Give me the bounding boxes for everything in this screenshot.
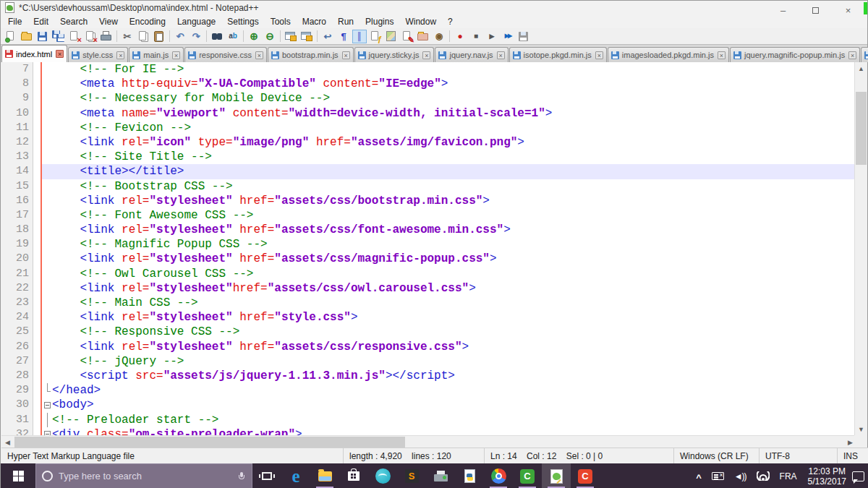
word-wrap-icon[interactable]: ↩	[320, 30, 335, 43]
document-switcher-icon[interactable]: ✎	[400, 30, 414, 43]
tab-jquery.sticky.js[interactable]: jquery.sticky.js×	[354, 47, 435, 62]
fold-margin[interactable]	[42, 369, 52, 383]
tab-close-icon[interactable]: ×	[342, 51, 350, 59]
bookmark-margin[interactable]	[33, 310, 42, 325]
save-all-icon[interactable]	[51, 30, 66, 43]
fold-margin[interactable]	[42, 91, 52, 106]
scroll-down-arrow-icon[interactable]: ▼	[855, 423, 867, 435]
zoom-out-icon[interactable]: ⊖	[263, 30, 277, 43]
status-insert-mode[interactable]: INS	[838, 448, 868, 463]
bookmark-margin[interactable]	[33, 340, 42, 354]
volume-icon[interactable]: ◄))	[734, 471, 746, 481]
show-indent-guide-icon[interactable]: ║	[352, 30, 367, 43]
taskbar-search-input[interactable]: Type here to search	[35, 463, 252, 488]
language-indicator[interactable]: FRA	[780, 471, 797, 481]
camtasia-icon[interactable]: C	[513, 463, 542, 488]
menu-file[interactable]: File	[2, 15, 27, 28]
fold-margin[interactable]	[42, 237, 52, 252]
chrome-browser-icon[interactable]	[484, 463, 513, 488]
tab-isotope.pkgd.min.js[interactable]: isotope.pkgd.min.js×	[509, 47, 607, 62]
bookmark-margin[interactable]	[33, 223, 42, 237]
bookmark-margin[interactable]	[33, 383, 42, 398]
fold-margin[interactable]	[42, 223, 52, 237]
vertical-scroll-thumb[interactable]	[856, 92, 867, 165]
fold-margin[interactable]	[42, 179, 52, 194]
bookmark-margin[interactable]	[33, 121, 42, 135]
bookmark-margin[interactable]	[33, 208, 42, 223]
tab-main.js[interactable]: main.js×	[129, 47, 184, 62]
menu-plugins[interactable]: Plugins	[359, 15, 399, 28]
fold-margin[interactable]	[42, 150, 52, 164]
screen-recorder-icon[interactable]	[426, 463, 455, 488]
tab-close-icon[interactable]: ×	[595, 51, 603, 59]
bookmark-margin[interactable]	[33, 135, 42, 150]
bookmark-margin[interactable]	[33, 296, 42, 310]
bookmark-margin[interactable]	[33, 62, 42, 77]
camtasia-recorder-icon[interactable]: C	[571, 463, 600, 488]
tab-close-icon[interactable]: ×	[497, 51, 505, 59]
tray-expand-chevron-icon[interactable]: ^	[696, 472, 702, 483]
horizontal-scroll-thumb[interactable]	[14, 437, 405, 448]
tab-close-icon[interactable]: ×	[172, 51, 180, 59]
fold-margin[interactable]	[42, 267, 52, 281]
fold-margin[interactable]	[42, 413, 52, 427]
bookmark-margin[interactable]	[33, 106, 42, 121]
code-editor[interactable]: 7 <!-- For IE -->8 <meta http-equiv="X-U…	[1, 62, 856, 435]
function-list-icon[interactable]: ƒ	[368, 30, 383, 43]
show-all-characters-icon[interactable]: ¶	[336, 30, 351, 43]
new-file-icon[interactable]	[4, 30, 18, 43]
fold-margin[interactable]	[42, 398, 52, 412]
bookmark-margin[interactable]	[33, 237, 42, 252]
microphone-icon[interactable]	[239, 472, 244, 480]
file-explorer-icon[interactable]	[310, 463, 339, 488]
menu-search[interactable]: Search	[54, 15, 93, 28]
tab-style.css[interactable]: style.css×	[68, 47, 128, 62]
edge-browser-icon[interactable]: e	[281, 463, 310, 488]
fold-margin[interactable]	[42, 296, 52, 310]
stop-recording-macro-icon[interactable]: ■	[469, 30, 483, 43]
cut-icon[interactable]: ✂	[120, 30, 135, 43]
touch-keyboard-icon[interactable]	[712, 472, 724, 480]
menu-[interactable]: ?	[442, 15, 459, 28]
status-encoding[interactable]: UTF-8	[760, 448, 838, 463]
fold-margin[interactable]	[42, 135, 52, 150]
tab-owl.carousel.min.js[interactable]: owl.carousel.min.js×	[861, 47, 868, 62]
fold-margin[interactable]	[42, 164, 52, 179]
tab-responsive.css[interactable]: responsive.css×	[184, 47, 267, 62]
menu-window[interactable]: Window	[399, 15, 442, 28]
bookmark-margin[interactable]	[33, 427, 42, 435]
horizontal-scrollbar[interactable]: ◀ ▶	[1, 435, 856, 448]
print-icon[interactable]	[99, 30, 114, 43]
run-macro-multiple-times-icon[interactable]: ▶▶	[501, 30, 515, 43]
document-map-icon[interactable]	[384, 30, 399, 43]
fold-collapse-icon[interactable]	[44, 402, 51, 408]
undo-icon[interactable]: ↶	[173, 30, 187, 43]
save-recorded-macro-icon[interactable]	[516, 30, 531, 43]
sync-horizontal-scrolling-icon[interactable]	[299, 30, 314, 43]
tab-bootstrap.min.js[interactable]: bootstrap.min.js×	[268, 47, 354, 62]
fold-margin[interactable]	[42, 77, 52, 91]
vertical-scrollbar[interactable]: ▲ ▼	[854, 62, 867, 435]
microsoft-store-icon[interactable]	[339, 463, 368, 488]
menu-edit[interactable]: Edit	[27, 15, 54, 28]
open-file-icon[interactable]	[20, 30, 34, 43]
save-icon[interactable]	[35, 30, 50, 43]
teal-app-icon[interactable]	[368, 463, 397, 488]
bookmark-margin[interactable]	[33, 194, 42, 208]
fold-margin[interactable]	[42, 106, 52, 121]
tab-close-icon[interactable]: ×	[848, 51, 856, 59]
status-eol-format[interactable]: Windows (CR LF)	[674, 448, 760, 463]
bookmark-margin[interactable]	[33, 369, 42, 383]
find-icon[interactable]	[210, 30, 224, 43]
fold-margin[interactable]	[42, 310, 52, 325]
start-button[interactable]	[1, 463, 35, 488]
fold-margin[interactable]	[42, 252, 52, 266]
scroll-up-arrow-icon[interactable]: ▲	[855, 62, 867, 74]
bookmark-margin[interactable]	[33, 325, 42, 339]
fold-margin[interactable]	[42, 325, 52, 339]
fold-margin[interactable]	[42, 427, 52, 435]
replace-icon[interactable]: ab	[226, 30, 240, 43]
python-file-icon[interactable]	[455, 463, 484, 488]
tab-close-icon[interactable]: ×	[56, 50, 64, 58]
action-center-icon[interactable]	[852, 471, 864, 481]
